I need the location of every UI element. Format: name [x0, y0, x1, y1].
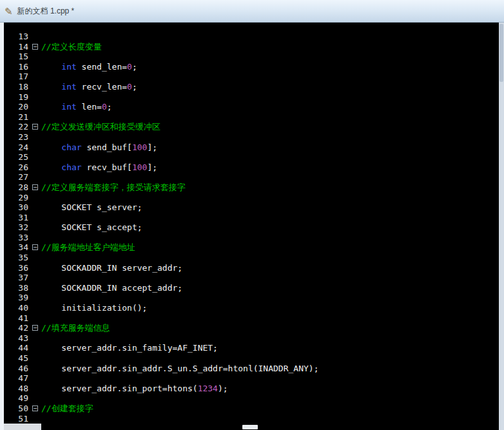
code-token-number: 100 — [132, 162, 147, 172]
fold-margin — [31, 343, 40, 353]
line-number: 42 — [4, 323, 31, 333]
line-number: 46 — [4, 364, 31, 374]
code-line[interactable]: 37 — [4, 273, 499, 283]
modified-pencil-icon: ✎ — [5, 6, 13, 16]
code-line[interactable]: 13 — [4, 32, 499, 42]
code-line[interactable]: 45 — [4, 353, 499, 364]
code-line[interactable]: 50−//创建套接字 — [4, 404, 499, 414]
line-number: 39 — [4, 293, 31, 303]
fold-collapse-icon[interactable]: − — [31, 182, 40, 193]
code-line[interactable]: 22−//定义发送缓冲区和接受缓冲区 — [4, 122, 499, 132]
fold-collapse-box-icon[interactable]: − — [32, 325, 38, 331]
code-line[interactable]: 17 — [4, 72, 499, 82]
fold-collapse-box-icon[interactable]: − — [32, 184, 38, 190]
fold-collapse-box-icon[interactable]: − — [32, 44, 38, 50]
code-line[interactable]: 25 — [4, 152, 499, 162]
code-line[interactable]: 28−//定义服务端套接字，接受请求套接字 — [4, 182, 499, 193]
code-line[interactable]: 49 — [4, 393, 499, 404]
code-line[interactable]: 19 — [4, 92, 499, 103]
code-text: //填充服务端信息 — [41, 323, 110, 333]
code-line[interactable]: 29 — [4, 193, 499, 203]
fold-margin — [31, 162, 40, 173]
code-text: int recv_len=0; — [41, 82, 137, 92]
code-line[interactable]: 48 server_addr.sin_port=htons(1234); — [4, 384, 499, 394]
code-line[interactable]: 33 — [4, 233, 499, 243]
code-line[interactable]: 40 initialization(); — [4, 303, 499, 313]
code-line[interactable]: 35 — [4, 253, 499, 263]
code-line[interactable]: 23 — [4, 132, 499, 142]
line-number: 21 — [4, 112, 31, 122]
code-line[interactable]: 42−//填充服务端信息 — [4, 323, 499, 333]
fold-collapse-icon[interactable]: − — [31, 42, 40, 52]
fold-margin — [31, 132, 40, 142]
code-line[interactable]: 31 — [4, 213, 499, 223]
code-line[interactable]: 46 server_addr.sin_addr.S_un.S_addr=hton… — [4, 364, 499, 374]
code-text: server_addr.sin_addr.S_un.S_addr=htonl(I… — [41, 364, 318, 374]
code-line[interactable]: 18 int recv_len=0; — [4, 82, 499, 92]
code-line[interactable]: 16 int send_len=0; — [4, 62, 499, 72]
code-line[interactable]: 21 — [4, 112, 499, 122]
code-text: SOCKADDR_IN server_addr; — [41, 263, 182, 273]
code-line[interactable]: 15 — [4, 52, 499, 62]
code-line[interactable]: 47 — [4, 373, 499, 384]
code-line[interactable]: 14−//定义长度变量 — [4, 42, 499, 52]
fold-collapse-icon[interactable]: − — [31, 242, 40, 253]
code-line[interactable]: 27 — [4, 172, 499, 182]
code-token-plain: len= — [77, 102, 102, 112]
code-line[interactable]: 36 SOCKADDR_IN server_addr; — [4, 263, 499, 273]
fold-collapse-icon[interactable]: − — [31, 122, 40, 132]
line-number: 24 — [4, 142, 31, 153]
code-line[interactable]: 41 — [4, 313, 499, 324]
fold-collapse-icon[interactable]: − — [31, 323, 40, 333]
code-line[interactable]: 26 char recv_buf[100]; — [4, 162, 499, 173]
code-line[interactable]: 43 — [4, 333, 499, 344]
fold-margin — [31, 253, 40, 263]
code-token-keyword: char — [61, 162, 81, 172]
code-text: SOCKET s_server; — [41, 202, 142, 213]
line-number: 25 — [4, 152, 31, 162]
code-line[interactable]: 34−//服务端地址客户端地址 — [4, 242, 499, 253]
code-editor[interactable]: ----+----1----+----2----+----3----+----4… — [4, 23, 499, 430]
code-line[interactable]: 20 int len=0; — [4, 102, 499, 112]
line-number: 13 — [4, 32, 31, 42]
document-tab-title[interactable]: 新的文档 1.cpp * — [17, 6, 75, 17]
code-line[interactable]: 32 SOCKET s_accept; — [4, 222, 499, 233]
line-number: 50 — [4, 404, 31, 414]
code-line[interactable]: 38 SOCKADDR_IN accept_addr; — [4, 283, 499, 293]
code-token-keyword: int — [61, 62, 76, 72]
vertical-scrollbar-thumb[interactable] — [499, 24, 503, 82]
code-line[interactable]: 44 server_addr.sin_family=AF_INET; — [4, 343, 499, 353]
code-token-plain: server_addr.sin_port=htons( — [41, 384, 198, 393]
line-number: 33 — [4, 233, 31, 243]
code-token-number: 0 — [102, 102, 107, 112]
code-token-keyword: char — [61, 142, 81, 152]
fold-margin — [31, 102, 40, 112]
fold-margin — [31, 82, 40, 92]
code-line[interactable]: 30 SOCKET s_server; — [4, 202, 499, 213]
fold-margin — [31, 202, 40, 213]
code-token-number: 100 — [132, 142, 147, 152]
code-token-plain: ; — [107, 102, 112, 112]
code-line[interactable]: 51 — [4, 414, 499, 424]
fold-margin — [31, 353, 40, 364]
code-line[interactable]: 39 — [4, 293, 499, 303]
line-number: 31 — [4, 213, 31, 223]
code-token-number: 1234 — [198, 384, 218, 393]
horizontal-scrollbar[interactable] — [41, 424, 499, 430]
code-token-plain: server_addr.sin_family=AF_INET; — [41, 343, 218, 353]
code-token-plain: server_addr.sin_addr.S_un.S_addr=htonl(I… — [41, 364, 318, 373]
fold-collapse-box-icon[interactable]: − — [32, 124, 38, 130]
code-token-plain: SOCKET s_server; — [41, 202, 142, 212]
fold-collapse-box-icon[interactable]: − — [32, 244, 38, 250]
vertical-scrollbar[interactable] — [499, 23, 504, 430]
code-token-plain — [41, 142, 61, 152]
code-token-number: 0 — [127, 82, 132, 92]
code-text: server_addr.sin_family=AF_INET; — [41, 343, 218, 353]
code-line[interactable]: 24 char send_buf[100]; — [4, 142, 499, 153]
code-lines-container[interactable]: 1314−//定义长度变量1516 int send_len=0;1718 in… — [4, 32, 499, 424]
editor-main-area: ----+----1----+----2----+----3----+----4… — [0, 23, 504, 430]
fold-collapse-box-icon[interactable]: − — [32, 406, 38, 411]
fold-collapse-icon[interactable]: − — [31, 404, 40, 414]
horizontal-scrollbar-thumb[interactable] — [242, 425, 258, 429]
fold-margin — [31, 112, 40, 122]
